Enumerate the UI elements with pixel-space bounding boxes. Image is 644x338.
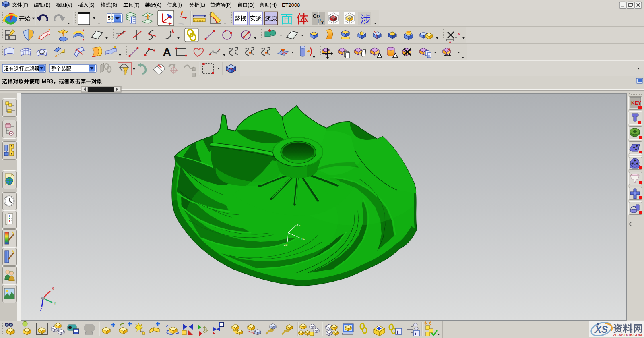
svg-text:Y: Y — [321, 20, 324, 25]
svg-text:KEY: KEY — [631, 100, 641, 106]
svg-text:i: i — [397, 329, 398, 335]
svg-text:A: A — [163, 46, 171, 59]
svg-text:i: i — [415, 331, 416, 336]
svg-text:ZC: ZC — [284, 243, 288, 247]
svg-text:50: 50 — [108, 15, 114, 21]
svg-text:ET2008: ET2008 — [282, 2, 300, 8]
svg-text:YC: YC — [297, 223, 301, 226]
svg-text:ZL.XS1616.COM: ZL.XS1616.COM — [613, 333, 642, 337]
svg-text:x: x — [458, 32, 460, 35]
svg-text:Y: Y — [54, 301, 56, 306]
svg-text:XS: XS — [594, 324, 608, 335]
svg-text:YC: YC — [301, 237, 305, 241]
svg-text:Z: Z — [40, 307, 42, 312]
svg-text:x: x — [449, 40, 451, 44]
svg-text:X: X — [52, 286, 54, 291]
